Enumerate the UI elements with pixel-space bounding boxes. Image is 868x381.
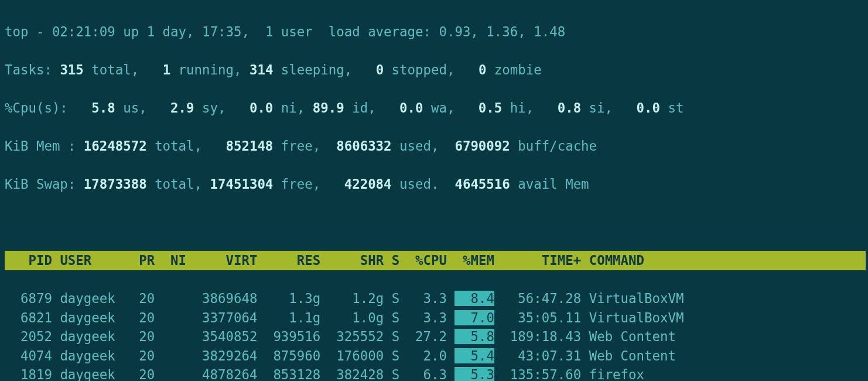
cell-ni bbox=[163, 367, 186, 381]
summary-line: top - 02:21:09 up 1 day, 17:35, 1 user l… bbox=[5, 22, 866, 41]
swap-line: KiB Swap: 17873388 total, 17451304 free,… bbox=[5, 175, 866, 193]
col-virt: VIRT bbox=[194, 253, 258, 268]
cell-user: daygeek bbox=[60, 329, 131, 344]
cell-virt: 4878264 bbox=[194, 367, 258, 381]
col-shr: SHR bbox=[329, 253, 384, 268]
cell-command: Web Content bbox=[589, 329, 700, 344]
mem-used: 8606332 bbox=[320, 138, 391, 154]
cell-mem: 8.4 bbox=[454, 291, 494, 306]
cell-mem: 5.3 bbox=[454, 367, 494, 381]
col-s: S bbox=[392, 253, 399, 268]
cell-cpu: 6.3 bbox=[408, 367, 447, 381]
cpu-si: 0.8 bbox=[534, 100, 581, 115]
mem-line: KiB Mem : 16248572 total, 852148 free, 8… bbox=[5, 137, 866, 155]
table-row[interactable]: 6879 daygeek 20 3869648 1.3g 1.2g S 3.3 … bbox=[5, 289, 866, 308]
table-row[interactable]: 6821 daygeek 20 3377064 1.1g 1.0g S 3.3 … bbox=[5, 308, 866, 327]
table-row[interactable]: 4074 daygeek 20 3829264 875960 176000 S … bbox=[5, 346, 866, 365]
cell-pid: 4074 bbox=[5, 348, 52, 363]
tasks-total: 315 bbox=[60, 62, 83, 77]
cell-shr: 1.2g bbox=[329, 291, 384, 306]
cell-time: 35:05.11 bbox=[502, 310, 581, 325]
cell-command: VirtualBoxVM bbox=[589, 310, 700, 325]
col-mem: %MEM bbox=[454, 253, 494, 268]
cell-time: 43:07.31 bbox=[502, 348, 581, 363]
col-res: RES bbox=[265, 253, 320, 268]
cell-shr: 1.0g bbox=[329, 310, 384, 325]
load-average: 0.93, 1.36, 1.48 bbox=[439, 24, 565, 39]
cell-s: S bbox=[392, 367, 399, 381]
cell-ni bbox=[163, 348, 186, 363]
table-row[interactable]: 1819 daygeek 20 4878264 853128 382428 S … bbox=[5, 365, 866, 381]
cell-virt: 3869648 bbox=[194, 291, 258, 306]
cell-pr: 20 bbox=[131, 329, 155, 344]
cpu-id: 89.9 bbox=[305, 100, 344, 115]
cell-time: 189:18.43 bbox=[502, 329, 581, 344]
cell-pid: 6821 bbox=[5, 310, 52, 325]
cell-command: VirtualBoxVM bbox=[589, 291, 700, 306]
cell-time: 135:57.60 bbox=[502, 367, 581, 381]
cpu-sy: 2.9 bbox=[147, 100, 194, 115]
cell-shr: 176000 bbox=[329, 348, 384, 363]
cell-pr: 20 bbox=[131, 310, 155, 325]
column-header[interactable]: PID USER PR NI VIRT RES SHR S %CPU %MEM … bbox=[5, 251, 866, 270]
cell-s: S bbox=[392, 329, 399, 344]
cpu-st: 0.0 bbox=[613, 100, 660, 115]
col-command: COMMAND bbox=[589, 253, 810, 268]
swap-avail: 4645516 bbox=[439, 176, 510, 192]
cell-user: daygeek bbox=[60, 291, 131, 306]
col-pid: PID bbox=[5, 253, 52, 268]
cell-time: 56:47.28 bbox=[502, 291, 581, 306]
tasks-zombie: 0 bbox=[454, 62, 486, 77]
swap-free: 17451304 bbox=[202, 176, 273, 192]
cell-pr: 20 bbox=[131, 348, 155, 363]
cell-cpu: 3.3 bbox=[408, 291, 447, 306]
cell-pid: 1819 bbox=[5, 367, 52, 381]
cell-mem: 7.0 bbox=[454, 310, 494, 325]
cell-s: S bbox=[392, 310, 399, 325]
cell-pid: 2052 bbox=[5, 329, 52, 344]
cell-res: 1.3g bbox=[265, 291, 320, 306]
cell-ni bbox=[163, 329, 186, 344]
cell-command: Web Content bbox=[589, 348, 700, 363]
cpu-us: 5.8 bbox=[68, 100, 115, 115]
cell-mem: 5.8 bbox=[454, 329, 494, 344]
cpu-line: %Cpu(s): 5.8 us, 2.9 sy, 0.0 ni, 89.9 id… bbox=[5, 98, 866, 117]
table-row[interactable]: 2052 daygeek 20 3540852 939516 325552 S … bbox=[5, 327, 866, 346]
current-time: 02:21:09 bbox=[52, 24, 115, 39]
tasks-sleeping: 314 bbox=[241, 62, 273, 77]
cell-s: S bbox=[392, 291, 399, 306]
cell-shr: 382428 bbox=[329, 367, 384, 381]
cell-user: daygeek bbox=[60, 348, 131, 363]
cell-ni bbox=[163, 291, 186, 306]
cell-cpu: 2.0 bbox=[408, 348, 447, 363]
cell-cpu: 3.3 bbox=[408, 310, 447, 325]
blank-line bbox=[5, 213, 866, 232]
cell-res: 1.1g bbox=[265, 310, 320, 325]
col-user: USER bbox=[60, 253, 131, 268]
col-cpu: %CPU bbox=[408, 253, 447, 268]
cell-virt: 3540852 bbox=[194, 329, 258, 344]
cell-pr: 20 bbox=[131, 367, 155, 381]
cell-user: daygeek bbox=[60, 367, 131, 381]
tasks-running: 1 bbox=[139, 62, 170, 77]
col-ni: NI bbox=[163, 253, 186, 268]
uptime: 1 day, 17:35 bbox=[147, 24, 242, 39]
col-pr: PR bbox=[131, 253, 155, 268]
mem-free: 852148 bbox=[202, 138, 273, 154]
swap-used: 422084 bbox=[320, 176, 391, 192]
process-list: 6879 daygeek 20 3869648 1.3g 1.2g S 3.3 … bbox=[5, 289, 866, 381]
cpu-wa: 0.0 bbox=[376, 100, 423, 115]
cell-s: S bbox=[392, 348, 399, 363]
cpu-ni: 0.0 bbox=[225, 100, 273, 115]
col-time: TIME+ bbox=[502, 253, 581, 268]
tasks-stopped: 0 bbox=[352, 62, 384, 77]
terminal-output: top - 02:21:09 up 1 day, 17:35, 1 user l… bbox=[0, 0, 868, 381]
swap-total: 17873388 bbox=[84, 176, 147, 192]
cell-virt: 3829264 bbox=[194, 348, 258, 363]
cpu-hi: 0.5 bbox=[454, 100, 502, 115]
cell-user: daygeek bbox=[60, 310, 131, 325]
cell-virt: 3377064 bbox=[194, 310, 258, 325]
cell-mem: 5.4 bbox=[454, 348, 494, 363]
mem-total: 16248572 bbox=[84, 138, 147, 154]
cell-shr: 325552 bbox=[329, 329, 384, 344]
